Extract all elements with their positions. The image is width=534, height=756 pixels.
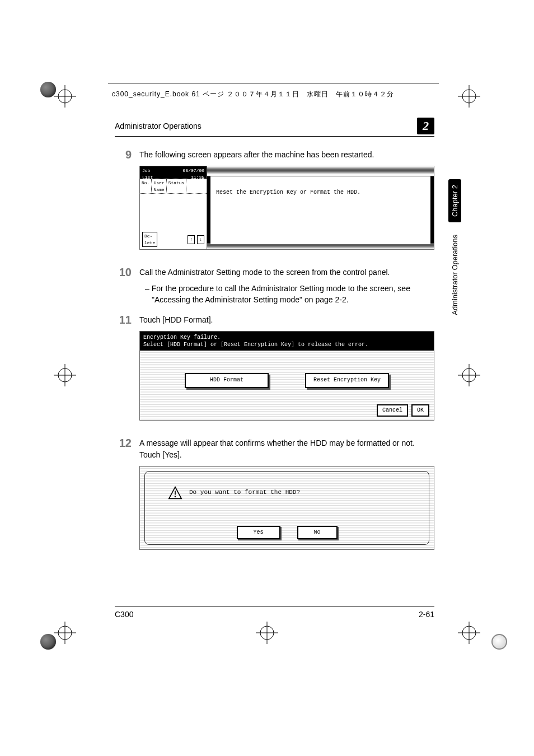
step-text-2: Touch [Yes]. [139,449,434,460]
yes-button[interactable]: Yes [236,526,280,540]
binding-dot-icon [40,82,56,97]
hdd-format-button[interactable]: HDD Format [185,373,269,388]
ok-button[interactable]: OK [411,404,429,417]
step-text: Call the Administrator Setting mode to t… [139,267,434,278]
error-title-line2: Select [HDD Format] or [Reset Encryption… [143,341,430,348]
crop-rule [108,83,439,83]
col-user: User Name [152,179,166,193]
binding-dot-icon [40,634,56,650]
registration-mark-icon [54,85,76,108]
step-text: The following screen appears after the m… [139,149,434,160]
reset-key-message: Reset the Encryption Key or Format the H… [216,189,425,197]
no-button[interactable]: No [297,526,338,540]
screenshot-confirm-format: Do you want to format the HDD? Yes No [139,466,434,550]
binding-dot-icon [491,634,507,650]
arrow-down-button[interactable]: ↓ [197,235,204,244]
step-number: 9 [115,147,132,258]
screenshot-job-list: Job List 05/07/06 11:35 No. User Name St… [139,166,434,250]
step-10: 10 Call the Administrator Setting mode t… [115,264,434,305]
crop-header-text: c300_security_E.book 61 ページ ２００７年４月１１日 水… [112,90,394,99]
page-footer: C300 2-61 [115,606,434,619]
step-number: 11 [115,312,132,428]
step-11: 11 Touch [HDD Format]. Encryption Key fa… [115,312,434,428]
registration-mark-icon [54,622,76,644]
registration-mark-icon [458,85,480,108]
step-9: 9 The following screen appears after the… [115,147,434,258]
step-number: 10 [115,264,132,305]
screenshot-hdd-format: Encryption Key failure. Select [HDD Form… [139,331,434,421]
footer-model: C300 [115,610,133,619]
footer-page: 2-61 [419,610,434,619]
col-status: Status [167,179,187,193]
section-title: Administrator Operations [115,122,417,130]
side-tab-chapter: Chapter 2 [448,179,461,222]
cancel-button[interactable]: Cancel [377,404,408,417]
col-no: No. [140,179,152,193]
page-header: Administrator Operations 2 [115,118,434,137]
reset-encryption-key-button[interactable]: Reset Encryption Key [305,373,389,388]
chapter-number-box: 2 [417,118,434,134]
side-tabs: Chapter 2 Administrator Operations [448,179,461,321]
confirm-message: Do you want to format the HDD? [189,488,300,497]
step-text: Touch [HDD Format]. [139,314,434,325]
svg-point-23 [175,496,176,498]
registration-mark-icon [458,364,480,386]
arrow-up-button[interactable]: ↑ [188,235,195,244]
registration-mark-icon [256,622,278,644]
side-tab-section: Administrator Operations [448,229,461,321]
step-text: A message will appear that confirms whet… [139,437,434,449]
registration-mark-icon [54,364,76,386]
step-number: 12 [115,435,132,558]
delete-button[interactable]: De- lete [142,232,157,247]
step-12: 12 A message will appear that confirms w… [115,435,434,558]
step-subtext: For the procedure to call the Administra… [139,283,434,306]
registration-mark-icon [458,622,480,644]
job-list-label: Job List [142,167,153,178]
job-list-datetime: 05/07/06 11:35 [183,167,204,178]
error-title-line1: Encryption Key failure. [143,334,430,341]
warning-icon [168,486,182,500]
